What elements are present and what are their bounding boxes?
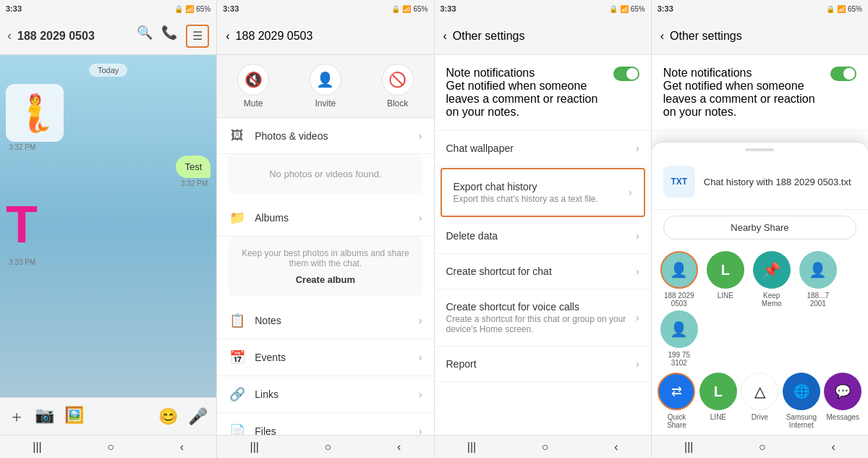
message-sticker: 🧜 3:32 PM — [6, 84, 210, 151]
note-notif-desc: Get notified when someone leaves a comme… — [446, 80, 613, 119]
menu-button[interactable]: ☰ — [186, 25, 209, 48]
nav-recents-3[interactable]: ||| — [467, 441, 476, 454]
status-bar-4: 3:33 🔒 📶 65% — [652, 0, 868, 17]
note-notif-toggle[interactable] — [613, 67, 639, 81]
messages-label: Messages — [827, 413, 860, 421]
back-button-4[interactable]: ‹ — [660, 30, 664, 43]
chat-body: Today 🧜 3:32 PM Test 3:32 PM T 3:33 PM — [0, 55, 216, 397]
nav-home[interactable]: ○ — [107, 441, 114, 454]
status-icons-4: 🔒 📶 65% — [826, 5, 862, 13]
back-button-2[interactable]: ‹ — [226, 30, 229, 43]
photos-icon: 🖼 — [229, 128, 246, 143]
share-app-keepmemo[interactable]: 📌 KeepMemo — [750, 251, 793, 308]
nav-back-3[interactable]: ‹ — [614, 441, 618, 454]
chat-wallpaper-label: Chat wallpaper — [446, 143, 637, 154]
nearby-share-button[interactable]: Nearby Share — [663, 216, 856, 239]
nav-home-4[interactable]: ○ — [759, 441, 766, 454]
share-app-line1[interactable]: L LINE — [704, 251, 747, 308]
contact3-avatar: 👤 — [670, 321, 688, 338]
create-album-btn[interactable]: Create album — [240, 274, 410, 285]
shortcut-voice-item[interactable]: Create shortcut for voice calls Create a… — [435, 289, 651, 347]
chat-wallpaper-item[interactable]: Chat wallpaper › — [435, 131, 651, 166]
message-test: Test 3:32 PM — [6, 156, 210, 187]
nav-recents[interactable]: ||| — [33, 441, 41, 454]
share-app-drive[interactable]: △ Drive — [741, 373, 779, 429]
shortcut-voice-desc: Create a shortcut for this chat or group… — [446, 314, 637, 334]
share-app-contact3[interactable]: 👤 199 753102 — [658, 310, 701, 367]
mic-icon[interactable]: 🎤 — [188, 407, 208, 426]
nav-bar-2: ||| ○ ‹ — [217, 435, 433, 458]
events-label: Events — [255, 352, 419, 363]
battery-icon-3: 65% — [631, 5, 645, 13]
delete-data-chevron: › — [636, 230, 639, 242]
camera-icon[interactable]: 📷 — [35, 406, 54, 428]
report-item[interactable]: Report › — [435, 347, 651, 382]
nav-home-2[interactable]: ○ — [325, 441, 332, 454]
note-notif-bg: Note notifications Get notified when som… — [652, 55, 868, 131]
invite-action[interactable]: 👤 Invite — [310, 64, 341, 109]
albums-section[interactable]: 📁 Albums › — [217, 200, 433, 237]
back-button-3[interactable]: ‹ — [443, 30, 447, 43]
search-icon[interactable]: 🔍 — [137, 25, 153, 48]
shortcut-chat-item[interactable]: Create shortcut for chat › — [435, 254, 651, 289]
settings-title: Other settings — [453, 30, 525, 43]
files-section[interactable]: 📄 Files › — [217, 413, 433, 435]
export-chat-item[interactable]: Export chat history Export this chat's h… — [441, 168, 645, 217]
call-icon[interactable]: 📞 — [161, 25, 177, 48]
delete-data-item[interactable]: Delete data › — [435, 219, 651, 254]
photos-section[interactable]: 🖼 Photos & videos › — [217, 118, 433, 154]
share-app-samsung[interactable]: 🌐 SamsungInternet — [782, 373, 820, 429]
line2-label: LINE — [710, 413, 726, 421]
quickshare-icon: ⇄ — [658, 373, 695, 410]
report-title: Report — [446, 358, 637, 370]
block-action[interactable]: 🚫 Block — [382, 64, 414, 109]
note-notif-title: Note notifications — [446, 67, 613, 80]
add-icon[interactable]: ＋ — [9, 406, 25, 428]
share-app-contact2[interactable]: 👤 188...72001 — [796, 251, 840, 308]
share-app-messages[interactable]: 💬 Messages — [824, 373, 862, 429]
shortcut-chat-chevron: › — [636, 266, 639, 277]
links-section[interactable]: 🔗 Links › — [217, 376, 433, 413]
message-letter: T 3:33 PM — [6, 192, 210, 266]
gallery-icon[interactable]: 🖼️ — [64, 406, 84, 428]
nav-recents-4[interactable]: ||| — [684, 441, 693, 454]
media-header: ‹ 188 2029 0503 — [217, 17, 433, 55]
nav-back-2[interactable]: ‹ — [397, 441, 401, 454]
samsung-label: SamsungInternet — [786, 413, 817, 429]
share-sheet: TXT Chat history with 188 2029 0503.txt … — [652, 142, 868, 435]
share-app-quickshare[interactable]: ⇄ Quick Share — [658, 373, 696, 429]
nav-back[interactable]: ‹ — [180, 441, 184, 454]
letter-container: T — [6, 192, 38, 257]
quickshare-logo: ⇄ — [671, 383, 682, 399]
signal-icon-3: 📶 — [620, 5, 629, 13]
notes-section[interactable]: 📋 Notes › — [217, 302, 433, 339]
contact2-icon: 👤 — [799, 251, 837, 289]
share-app-contact1[interactable]: 👤 188 20290503 — [658, 251, 701, 308]
share-app-line2[interactable]: L LINE — [699, 373, 737, 429]
files-label: Files — [255, 425, 419, 435]
albums-empty: Keep your best photos in albums and shar… — [229, 237, 422, 297]
nav-recents-2[interactable]: ||| — [250, 441, 259, 454]
nav-home-3[interactable]: ○ — [542, 441, 549, 454]
line2-icon: L — [699, 373, 737, 410]
back-button[interactable]: ‹ — [7, 28, 12, 43]
files-chevron: › — [419, 425, 422, 435]
settings-panel: 3:33 🔒 📶 65% ‹ Other settings Note notif… — [435, 0, 652, 458]
status-icons-3: 🔒 📶 65% — [609, 5, 645, 13]
samsung-logo: 🌐 — [793, 383, 809, 399]
links-chevron: › — [419, 389, 422, 400]
time-1: 3:33 — [6, 4, 22, 13]
mute-label: Mute — [244, 98, 263, 109]
sent-text: Test — [184, 161, 202, 172]
nav-back-4[interactable]: ‹ — [831, 441, 835, 454]
mute-action[interactable]: 🔇 Mute — [237, 64, 269, 109]
note-notifications-item[interactable]: Note notifications Get notified when som… — [435, 55, 651, 131]
delete-data-label: Delete data — [446, 230, 637, 242]
emoji-icon[interactable]: 😊 — [158, 407, 178, 426]
events-chevron: › — [419, 352, 422, 363]
events-section[interactable]: 📅 Events › — [217, 339, 433, 376]
albums-icon: 📁 — [229, 210, 246, 226]
contact2-label: 188...72001 — [807, 292, 829, 308]
shortcut-voice-title: Create shortcut for voice calls — [446, 301, 637, 313]
msg-time-2: 3:32 PM — [178, 179, 210, 187]
